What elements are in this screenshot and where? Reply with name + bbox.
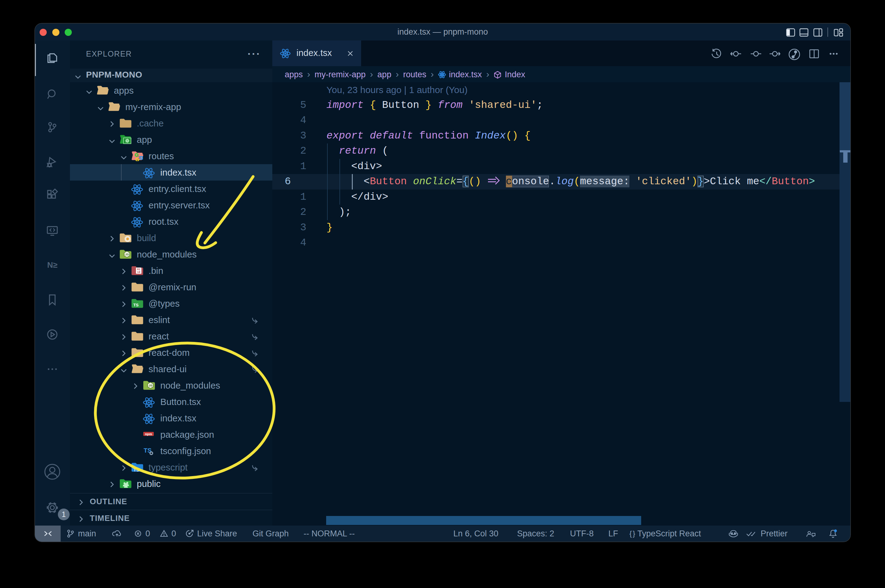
svg-text:TS: TS bbox=[133, 303, 138, 307]
svg-text:TS: TS bbox=[133, 467, 139, 472]
svg-text:npm: npm bbox=[145, 432, 152, 436]
svg-text:N≥: N≥ bbox=[47, 260, 57, 270]
svg-text:JS: JS bbox=[149, 384, 152, 387]
svg-text:JS: JS bbox=[125, 253, 129, 256]
svg-text:10: 10 bbox=[137, 271, 140, 274]
